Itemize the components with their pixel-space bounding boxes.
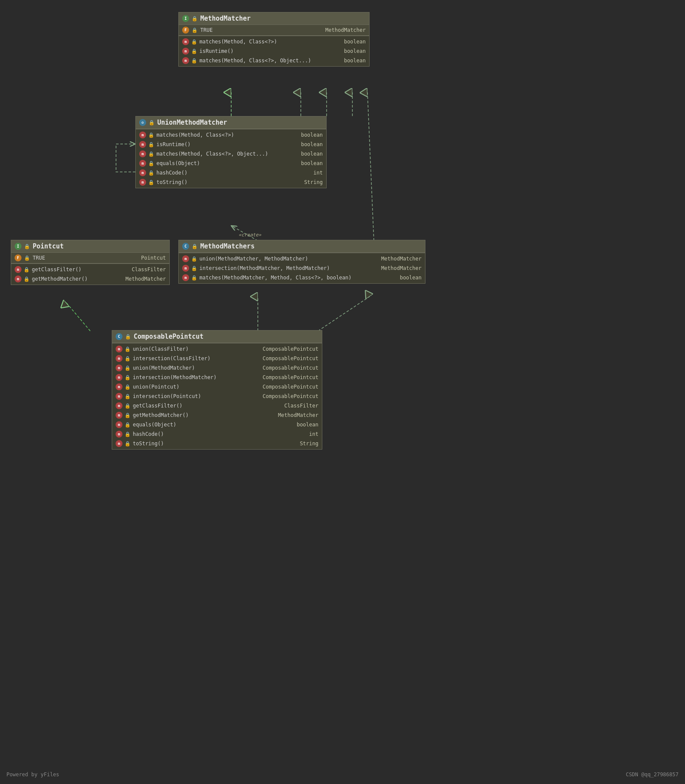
composablepointcut-methods: m 🔒 union(ClassFilter) ComposablePointcu… — [112, 343, 322, 449]
method-name: intersection(ClassFilter) — [133, 355, 211, 361]
method-row: m 🔒 union(MethodMatcher) ComposablePoint… — [112, 363, 322, 373]
lock-icon: 🔒 — [125, 384, 131, 390]
method-name: equals(Object) — [133, 422, 176, 428]
svg-text:«create»: «create» — [239, 232, 261, 238]
interface-icon: I — [15, 243, 21, 250]
method-row: m 🔒 intersection(MethodMatcher, MethodMa… — [179, 263, 425, 273]
method-return: int — [313, 170, 323, 176]
method-icon: m — [15, 276, 21, 282]
method-return: int — [309, 431, 318, 437]
method-name: matches(MethodMatcher, Method, Class<?>,… — [199, 275, 352, 281]
method-icon: m — [182, 265, 189, 272]
lock-icon: 🔒 — [149, 120, 155, 126]
method-icon: m — [182, 274, 189, 281]
method-row: m 🔒 hashCode() int — [136, 168, 326, 178]
method-row: m 🔒 intersection(ClassFilter) Composable… — [112, 354, 322, 363]
method-name: union(MethodMatcher) — [133, 365, 195, 371]
svg-line-9 — [231, 226, 258, 241]
method-return: boolean — [297, 422, 318, 428]
method-icon: m — [116, 346, 122, 352]
lock-icon: 🔒 — [125, 422, 131, 428]
lock-icon2: 🔒 — [24, 255, 30, 261]
lock-icon: 🔒 — [24, 276, 30, 282]
lock-icon: 🔒 — [125, 413, 131, 418]
method-row: m 🔒 getMethodMatcher() MethodMatcher — [112, 410, 322, 420]
unionmethodmatcher-header: ⚙ 🔒 UnionMethodMatcher — [136, 116, 326, 129]
method-return: MethodMatcher — [381, 265, 422, 271]
method-icon: m — [139, 150, 146, 157]
arrows-canvas: «create» — [0, 0, 685, 784]
lock-icon: 🔒 — [125, 356, 131, 361]
method-return: MethodMatcher — [278, 412, 318, 418]
method-row: m 🔒 matches(Method, Class<?>) boolean — [179, 37, 369, 46]
method-return: boolean — [400, 275, 422, 281]
lock-icon: 🔒 — [148, 180, 154, 185]
pointcut-subheader: F 🔒 TRUE Pointcut — [11, 253, 169, 263]
unionmethodmatcher-methods: m 🔒 matches(Method, Class<?>) boolean m … — [136, 129, 326, 188]
lock-icon: 🔒 — [125, 394, 131, 399]
lock-icon: 🔒 — [148, 170, 154, 176]
methodmatcher-header: I 🔒 MethodMatcher — [179, 12, 369, 25]
lock-icon: 🔒 — [125, 403, 131, 409]
method-return: ComposablePointcut — [263, 374, 318, 380]
method-icon: m — [182, 38, 189, 45]
method-row: m 🔒 union(MethodMatcher, MethodMatcher) … — [179, 254, 425, 263]
methodmatcher-methods: m 🔒 matches(Method, Class<?>) boolean m … — [179, 36, 369, 66]
method-return: boolean — [301, 151, 323, 157]
pointcut-methods: m 🔒 getClassFilter() ClassFilter m 🔒 get… — [11, 264, 169, 285]
method-return: ComposablePointcut — [263, 393, 318, 399]
method-return: boolean — [344, 58, 366, 64]
method-name: hashCode() — [156, 170, 187, 176]
method-name: hashCode() — [133, 431, 164, 437]
methodmatcher-title: MethodMatcher — [200, 15, 251, 22]
method-row: m 🔒 toString() String — [112, 439, 322, 448]
svg-line-11 — [367, 92, 374, 241]
method-icon: m — [116, 431, 122, 438]
method-name: toString() — [156, 179, 187, 185]
method-row: m 🔒 isRuntime() boolean — [136, 140, 326, 149]
lock-icon: 🔒 — [125, 432, 131, 437]
method-icon: m — [116, 412, 122, 419]
lock-icon: 🔒 — [191, 275, 197, 281]
method-name: getClassFilter() — [32, 266, 82, 273]
method-row: m 🔒 matches(Method, Class<?>, Object...)… — [179, 56, 369, 65]
method-icon: m — [116, 421, 122, 428]
method-name: equals(Object) — [156, 160, 200, 166]
method-icon: m — [182, 48, 189, 55]
subheader-type: MethodMatcher — [325, 27, 366, 33]
subheader-type: Pointcut — [141, 255, 166, 261]
method-row: m 🔒 intersection(MethodMatcher) Composab… — [112, 373, 322, 382]
method-name: getMethodMatcher() — [32, 276, 88, 282]
method-row: m 🔒 getMethodMatcher() MethodMatcher — [11, 274, 169, 284]
method-icon: m — [116, 393, 122, 400]
method-row: m 🔒 intersection(Pointcut) ComposablePoi… — [112, 392, 322, 401]
pointcut-box: I 🔒 Pointcut F 🔒 TRUE Pointcut m 🔒 getCl… — [11, 240, 170, 285]
method-name: toString() — [133, 441, 164, 447]
method-icon: m — [182, 57, 189, 64]
svg-line-14 — [318, 297, 370, 331]
method-row: m 🔒 matches(Method, Class<?>, Object...)… — [136, 149, 326, 159]
method-row: m 🔒 toString() String — [136, 178, 326, 187]
lock-icon: 🔒 — [191, 266, 197, 271]
method-return: ClassFilter — [284, 403, 318, 409]
lock-icon2: 🔒 — [192, 28, 198, 33]
method-icon: m — [139, 132, 146, 138]
method-name: getMethodMatcher() — [133, 412, 189, 418]
lock-icon: 🔒 — [191, 39, 197, 45]
lock-icon: 🔒 — [24, 267, 30, 273]
lock-icon: 🔒 — [191, 49, 197, 54]
methodmatchers-header: C 🔒 MethodMatchers — [179, 240, 425, 253]
lock-icon: 🔒 — [191, 256, 197, 262]
composablepointcut-box: C 🔒 ComposablePointcut m 🔒 union(ClassFi… — [112, 330, 322, 450]
lock-icon: 🔒 — [191, 58, 197, 64]
lock-icon: 🔒 — [125, 441, 131, 447]
methodmatchers-title: MethodMatchers — [200, 242, 254, 250]
class-icon: C — [182, 243, 189, 250]
method-return: boolean — [344, 39, 366, 45]
method-row: m 🔒 equals(Object) boolean — [112, 420, 322, 429]
method-row: m 🔒 isRuntime() boolean — [179, 46, 369, 56]
method-return: ComposablePointcut — [263, 346, 318, 352]
unionmethodmatcher-box: ⚙ 🔒 UnionMethodMatcher m 🔒 matches(Metho… — [135, 116, 327, 188]
lock-icon: 🔒 — [148, 151, 154, 157]
method-icon: m — [116, 402, 122, 409]
